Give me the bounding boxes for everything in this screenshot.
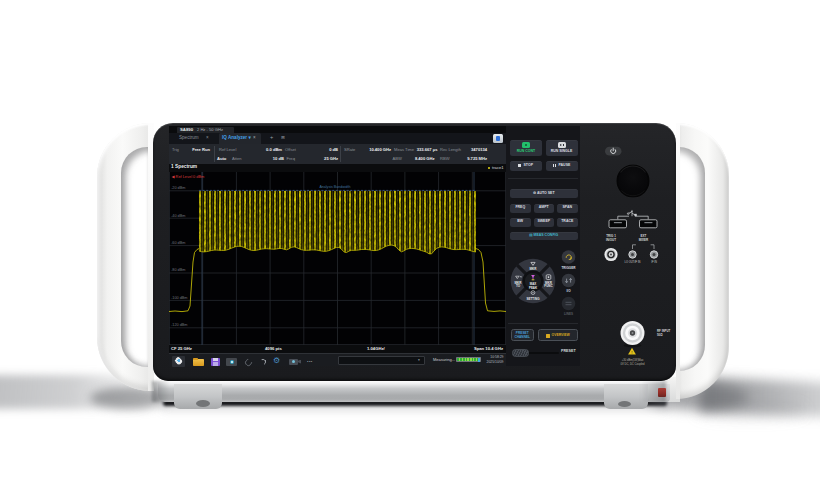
svg-text:-120 dBm: -120 dBm	[171, 323, 187, 327]
svg-text:-60 dBm: -60 dBm	[171, 241, 185, 245]
svg-text:MIXER: MIXER	[639, 238, 649, 242]
svg-text:I/O: I/O	[566, 289, 571, 293]
svg-text:-20 dBm: -20 dBm	[171, 186, 185, 190]
svg-text:TO: TO	[516, 284, 521, 288]
svg-text:0V DC, DC Coupled: 0V DC, DC Coupled	[620, 362, 645, 366]
svg-text:SETTING: SETTING	[526, 297, 540, 301]
svg-text:LINES: LINES	[564, 312, 573, 316]
svg-text:-80 dBm: -80 dBm	[171, 268, 185, 272]
svg-text:LO OUT/IF IN: LO OUT/IF IN	[625, 260, 641, 264]
svg-text:-100 dBm: -100 dBm	[171, 296, 187, 300]
svg-text:IF IN: IF IN	[651, 260, 657, 264]
svg-text:+30 dBm(1W)Max: +30 dBm(1W)Max	[622, 358, 644, 362]
svg-text:FUNC: FUNC	[544, 284, 553, 288]
svg-text:50Ω: 50Ω	[657, 333, 663, 337]
svg-text:MKR: MKR	[530, 267, 538, 271]
svg-text:◀ Ref Level 0 dBm: ◀ Ref Level 0 dBm	[172, 174, 205, 179]
svg-text:PEAK: PEAK	[529, 286, 538, 290]
svg-text:TRIGGER: TRIGGER	[561, 265, 576, 269]
svg-text:IN/OUT: IN/OUT	[606, 238, 616, 242]
svg-text:-40 dBm: -40 dBm	[171, 214, 185, 218]
svg-text:Analysis Bandwidth: Analysis Bandwidth	[319, 185, 350, 189]
svg-text:!: !	[631, 350, 632, 355]
